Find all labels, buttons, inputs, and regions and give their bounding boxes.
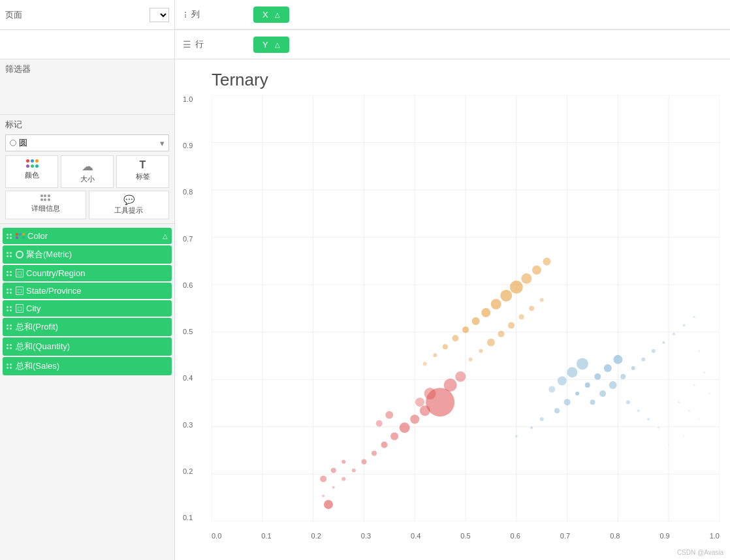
svg-point-52 xyxy=(481,308,490,317)
svg-point-62 xyxy=(423,362,427,366)
filter-label: 筛选器 xyxy=(5,63,169,75)
svg-point-27 xyxy=(599,390,606,397)
field-sales[interactable]: 总和(Sales) xyxy=(3,357,172,375)
field-dots-qty xyxy=(7,344,12,349)
x-label-08: 0.8 xyxy=(610,532,620,540)
svg-point-95 xyxy=(699,418,700,420)
svg-point-61 xyxy=(433,353,437,357)
field-name-qty: 总和(Quantity) xyxy=(16,341,70,352)
detail-icon xyxy=(40,194,51,202)
y-label-02: 0.2 xyxy=(183,467,193,475)
svg-point-98 xyxy=(698,350,700,352)
svg-point-43 xyxy=(637,409,640,412)
marks-type-dropdown[interactable]: 圆 ▾ xyxy=(5,134,169,151)
svg-point-78 xyxy=(341,477,345,481)
rows-row: ☰ 行 Y △ xyxy=(175,30,730,59)
field-profit[interactable]: 总和(Profit) xyxy=(3,318,172,336)
svg-point-96 xyxy=(708,393,710,395)
detail-btn-label: 详细信息 xyxy=(31,204,60,213)
color-button[interactable]: 颜色 xyxy=(5,155,58,188)
rows-pill[interactable]: Y △ xyxy=(253,37,289,53)
size-btn-label: 大小 xyxy=(80,174,95,184)
size-icon: ☁ xyxy=(82,159,93,174)
svg-point-72 xyxy=(400,422,410,433)
field-name-city: City xyxy=(26,303,40,313)
columns-pill[interactable]: X △ xyxy=(253,7,289,23)
watermark: CSDN @Avasia xyxy=(677,549,723,556)
field-name-metric: 聚合(Metric) xyxy=(26,249,72,260)
svg-point-87 xyxy=(376,420,383,427)
field-country[interactable]: □ Country/Region xyxy=(3,265,172,281)
svg-point-35 xyxy=(683,324,686,327)
svg-point-48 xyxy=(558,377,567,386)
y-label-03: 0.3 xyxy=(183,421,193,429)
svg-point-49 xyxy=(548,386,555,393)
svg-point-73 xyxy=(390,432,398,440)
field-dots-country xyxy=(7,271,12,276)
svg-point-76 xyxy=(361,459,366,465)
svg-point-28 xyxy=(609,381,617,389)
tooltip-button[interactable]: 💬 工具提示 xyxy=(89,191,170,219)
svg-point-83 xyxy=(341,460,345,464)
svg-point-56 xyxy=(521,273,532,284)
detail-button[interactable]: 详细信息 xyxy=(5,191,86,219)
svg-point-90 xyxy=(424,388,436,399)
svg-point-55 xyxy=(510,281,523,294)
field-name-country: Country/Region xyxy=(26,268,85,278)
svg-point-31 xyxy=(641,358,645,362)
field-name-state: State/Province xyxy=(26,286,82,296)
filter-section: 筛选器 xyxy=(0,59,174,115)
field-dots-state xyxy=(7,288,12,294)
label-icon: T xyxy=(140,159,146,171)
x-label-03: 0.3 xyxy=(361,532,371,540)
svg-point-92 xyxy=(324,500,333,509)
svg-point-89 xyxy=(455,371,466,382)
svg-point-42 xyxy=(626,400,630,404)
tooltip-btn-label: 工具提示 xyxy=(114,206,143,215)
svg-point-85 xyxy=(420,405,430,416)
field-state[interactable]: □ State/Province xyxy=(3,283,172,299)
svg-point-58 xyxy=(543,258,550,266)
field-dots-metric xyxy=(7,252,12,257)
svg-point-24 xyxy=(604,364,612,372)
svg-point-44 xyxy=(647,418,650,420)
size-button[interactable]: ☁ 大小 xyxy=(61,155,114,188)
marks-label: 标记 xyxy=(5,119,169,131)
label-button[interactable]: T 标签 xyxy=(116,155,169,188)
x-label-10: 1.0 xyxy=(710,532,720,540)
svg-point-50 xyxy=(462,326,469,333)
field-metric[interactable]: 聚合(Metric) xyxy=(3,245,172,264)
svg-point-77 xyxy=(352,469,356,473)
color-dots-marker xyxy=(16,233,25,239)
svg-point-22 xyxy=(585,382,590,388)
field-name-sales: 总和(Sales) xyxy=(16,360,59,372)
svg-point-70 xyxy=(469,358,473,362)
svg-point-21 xyxy=(575,392,579,396)
svg-point-64 xyxy=(498,331,504,337)
field-quantity[interactable]: 总和(Quantity) xyxy=(3,337,172,356)
x-label-09: 0.9 xyxy=(659,532,669,540)
field-city[interactable]: □ City xyxy=(3,300,172,317)
svg-point-65 xyxy=(508,322,515,329)
svg-point-69 xyxy=(479,349,483,353)
svg-point-68 xyxy=(540,298,544,302)
y-axis: 1.0 0.9 0.8 0.7 0.6 0.5 0.4 0.3 0.2 0.1 xyxy=(180,95,195,521)
y-label-10: 1.0 xyxy=(183,95,193,103)
svg-point-51 xyxy=(472,317,480,325)
fields-section: Color △ 聚合(Metric) xyxy=(0,224,174,560)
svg-point-39 xyxy=(540,417,544,421)
svg-point-81 xyxy=(320,476,326,482)
svg-point-38 xyxy=(564,399,571,405)
chart-area: Ternary 1.0 0.9 0.8 0.7 0.6 0.5 0.4 0.3 … xyxy=(175,59,730,560)
columns-shelf-label: ⫶ 列 xyxy=(175,8,253,20)
svg-point-32 xyxy=(652,349,656,353)
field-color[interactable]: Color △ xyxy=(3,228,172,244)
svg-point-80 xyxy=(322,495,325,497)
svg-point-40 xyxy=(530,426,533,429)
svg-point-67 xyxy=(529,306,534,311)
marks-section: 标记 圆 ▾ xyxy=(0,115,174,224)
svg-point-53 xyxy=(491,299,501,309)
page-dropdown[interactable] xyxy=(150,8,169,22)
field-dots-color xyxy=(7,234,12,239)
color-dots-icon xyxy=(26,159,38,168)
